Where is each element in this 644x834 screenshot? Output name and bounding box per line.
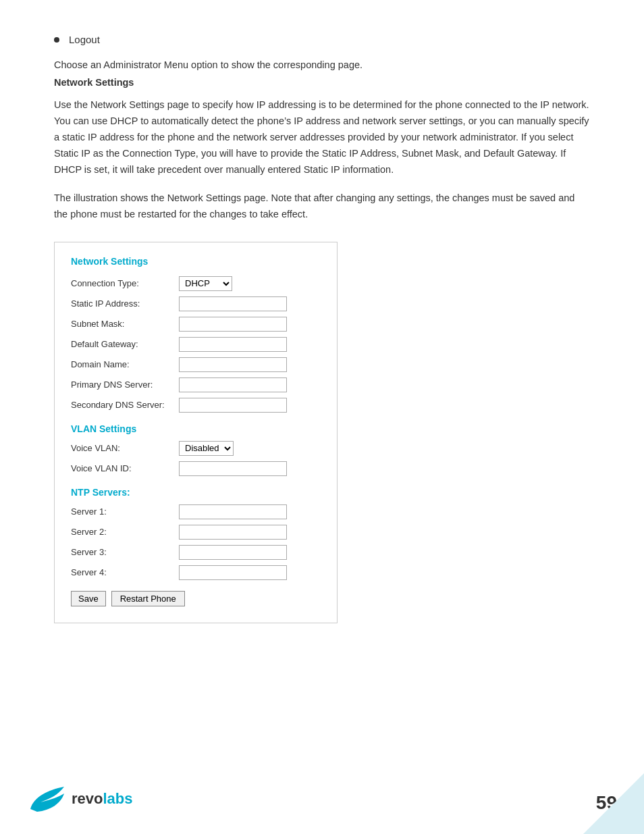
intro-line: Choose an Administrator Menu option to s…: [54, 57, 590, 73]
field-row-server3: Server 3:: [71, 545, 321, 560]
bullet-logout-text: Logout: [69, 34, 100, 45]
field-row-subnet-mask: Subnet Mask:: [71, 317, 321, 332]
label-connection-type: Connection Type:: [71, 278, 179, 288]
field-row-domain-name: Domain Name:: [71, 357, 321, 372]
label-secondary-dns: Secondary DNS Server:: [71, 400, 179, 410]
input-primary-dns[interactable]: [179, 377, 287, 392]
label-static-ip: Static IP Address:: [71, 298, 179, 309]
logo-text: revolabs: [72, 790, 133, 808]
input-voice-vlan-id[interactable]: [179, 461, 287, 476]
label-server2: Server 2:: [71, 527, 179, 537]
field-row-default-gateway: Default Gateway:: [71, 337, 321, 352]
label-server1: Server 1:: [71, 506, 179, 517]
label-server4: Server 4:: [71, 567, 179, 577]
restart-phone-button[interactable]: Restart Phone: [111, 591, 185, 606]
field-row-connection-type: Connection Type: DHCP Static IP: [71, 276, 321, 291]
bullet-dot: [54, 37, 59, 43]
select-connection-type[interactable]: DHCP Static IP: [179, 276, 232, 291]
input-subnet-mask[interactable]: [179, 317, 287, 332]
paragraph-1: Use the Network Settings page to specify…: [54, 97, 590, 178]
field-row-voice-vlan: Voice VLAN: Disabled Enabled: [71, 441, 321, 456]
input-default-gateway[interactable]: [179, 337, 287, 352]
field-row-primary-dns: Primary DNS Server:: [71, 377, 321, 392]
label-subnet-mask: Subnet Mask:: [71, 319, 179, 329]
ntp-servers-heading: NTP Servers:: [71, 487, 321, 498]
input-static-ip[interactable]: [179, 296, 287, 311]
select-voice-vlan[interactable]: Disabled Enabled: [179, 441, 234, 456]
input-server3[interactable]: [179, 545, 287, 560]
section-title: Network Settings: [54, 77, 590, 88]
corner-triangle-decoration: [583, 773, 644, 834]
paragraph-2: The illustration shows the Network Setti…: [54, 190, 590, 223]
footer: revolabs 59: [0, 783, 644, 814]
logo-revo: revo: [72, 790, 103, 807]
label-server3: Server 3:: [71, 547, 179, 557]
input-server1[interactable]: [179, 504, 287, 519]
field-row-server4: Server 4:: [71, 565, 321, 580]
label-domain-name: Domain Name:: [71, 359, 179, 369]
input-secondary-dns[interactable]: [179, 398, 287, 413]
logo-area: revolabs: [27, 783, 133, 814]
vlan-settings-heading: VLAN Settings: [71, 423, 321, 434]
field-row-server1: Server 1:: [71, 504, 321, 519]
input-server4[interactable]: [179, 565, 287, 580]
input-server2[interactable]: [179, 525, 287, 540]
network-settings-heading: Network Settings: [71, 256, 321, 267]
network-settings-box: Network Settings Connection Type: DHCP S…: [54, 242, 338, 623]
revolabs-logo-icon: [27, 783, 68, 814]
save-button[interactable]: Save: [71, 591, 106, 606]
field-row-voice-vlan-id: Voice VLAN ID:: [71, 461, 321, 476]
label-voice-vlan: Voice VLAN:: [71, 443, 179, 453]
button-row: Save Restart Phone: [71, 591, 321, 606]
bullet-logout: Logout: [54, 34, 590, 45]
label-default-gateway: Default Gateway:: [71, 339, 179, 349]
field-row-server2: Server 2:: [71, 525, 321, 540]
logo-labs: labs: [103, 790, 132, 807]
field-row-secondary-dns: Secondary DNS Server:: [71, 398, 321, 413]
label-voice-vlan-id: Voice VLAN ID:: [71, 463, 179, 473]
input-domain-name[interactable]: [179, 357, 287, 372]
label-primary-dns: Primary DNS Server:: [71, 380, 179, 390]
field-row-static-ip: Static IP Address:: [71, 296, 321, 311]
